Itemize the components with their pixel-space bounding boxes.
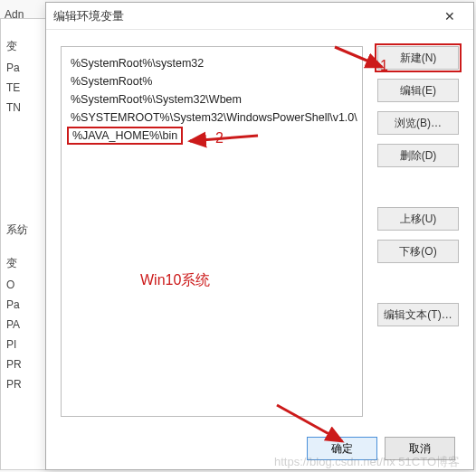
button-column: 新建(N) 编辑(E) 浏览(B)… 删除(D) 上移(U) 下移(O) 编辑文… (377, 46, 459, 417)
path-listbox[interactable]: %SystemRoot%\system32 %SystemRoot% %Syst… (61, 46, 363, 417)
edit-text-button[interactable]: 编辑文本(T)… (377, 303, 459, 326)
annotation-number-1: 1 (380, 58, 388, 74)
delete-button[interactable]: 删除(D) (377, 144, 459, 167)
watermark-text: https://blog.csdn.net/hx 51CTO博客 (274, 454, 460, 470)
new-button[interactable]: 新建(N) (377, 46, 459, 70)
dialog-title: 编辑环境变量 (53, 8, 124, 24)
annotation-number-2: 2 (215, 130, 224, 146)
move-down-button[interactable]: 下移(O) (377, 240, 459, 263)
edit-button[interactable]: 编辑(E) (377, 79, 459, 102)
move-up-button[interactable]: 上移(U) (377, 207, 459, 231)
edit-env-var-dialog: 编辑环境变量 ✕ %SystemRoot%\system32 %SystemRo… (45, 2, 474, 470)
annotation-caption: Win10系统 (140, 271, 210, 290)
list-item[interactable]: %SystemRoot%\system32 (67, 54, 357, 72)
dialog-titlebar: 编辑环境变量 ✕ (46, 3, 473, 30)
list-item[interactable]: %SYSTEMROOT%\System32\WindowsPowerShell\… (67, 109, 357, 127)
list-item[interactable]: %SystemRoot%\System32\Wbem (67, 90, 357, 109)
close-icon[interactable]: ✕ (433, 5, 466, 27)
list-item[interactable]: %SystemRoot% (67, 72, 357, 90)
list-item-selected[interactable]: %JAVA_HOME%\bin (67, 127, 183, 145)
browse-button[interactable]: 浏览(B)… (377, 111, 459, 135)
